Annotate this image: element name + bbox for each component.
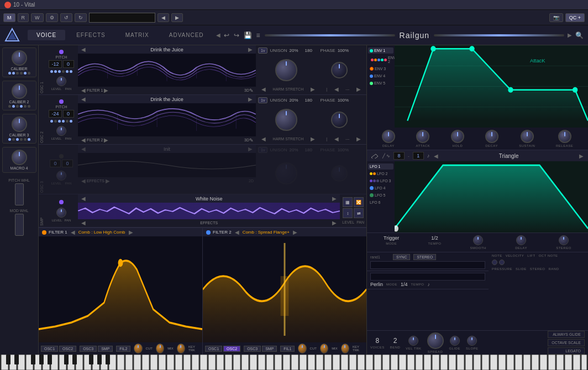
osc-1-pitch-fine[interactable]: 0: [63, 60, 74, 68]
vel-dot-1[interactable]: [492, 260, 497, 265]
tab-matrix[interactable]: MATRIX: [117, 30, 158, 40]
smp-level-knob[interactable]: [56, 208, 66, 218]
tab-advanced[interactable]: ADVANCED: [160, 30, 213, 40]
lfo-2-item[interactable]: LFO 2: [368, 171, 393, 177]
smp-filter-prev[interactable]: ◀: [80, 220, 87, 226]
osc-2-main-knob[interactable]: [275, 109, 297, 131]
f2-cut-knob[interactable]: [298, 343, 306, 353]
toolbar-w-btn[interactable]: W: [31, 13, 44, 22]
lfo-smooth-knob[interactable]: [473, 235, 483, 245]
filter-2-dot[interactable]: [206, 230, 211, 235]
tab-effects[interactable]: EFFECTS: [67, 30, 114, 40]
toolbar-right-arrow[interactable]: ▶: [171, 13, 183, 22]
osc-3-unison-voices[interactable]: 1v: [258, 147, 267, 153]
env-decay-knob[interactable]: [485, 130, 498, 143]
close-button[interactable]: [4, 2, 11, 8]
f2-osc2-btn[interactable]: OSC2: [223, 346, 240, 352]
osc-3-main-knob[interactable]: [275, 162, 297, 184]
osc-1-filter-next[interactable]: ▶: [103, 87, 109, 93]
always-glide-btn[interactable]: ALWAYS GLIDE: [548, 331, 585, 338]
osc-2-harm-next[interactable]: ▶: [309, 136, 316, 142]
nav-arrow-left[interactable]: ◀: [215, 32, 222, 38]
smp-wave-canvas[interactable]: [78, 203, 340, 219]
toolbar-r-btn[interactable]: R: [18, 13, 29, 22]
smp-filter-next[interactable]: ▶: [331, 220, 338, 226]
osc-2-level-knob[interactable]: [56, 126, 66, 136]
lfo-wave-type[interactable]: ∿: [386, 154, 390, 158]
vel-dot-2[interactable]: [499, 260, 505, 265]
osc-2-harm2-next[interactable]: ▶: [355, 136, 362, 142]
f1-mix-knob[interactable]: [156, 343, 164, 353]
osc-1-main-knob[interactable]: [275, 59, 297, 81]
lfo-wave-prev[interactable]: ╱: [382, 154, 385, 158]
lfo-stereo-knob[interactable]: [559, 235, 569, 245]
filter-1-dot[interactable]: [42, 230, 46, 235]
toolbar-preset-input[interactable]: [89, 13, 155, 23]
env-2-item[interactable]: ENV 2: [368, 55, 393, 65]
tab-voice[interactable]: VOICE: [28, 30, 65, 40]
env-4-item[interactable]: ENV 4: [368, 73, 393, 79]
env-delay-knob[interactable]: [382, 130, 395, 143]
osc-1-prev-wave[interactable]: ◀: [80, 46, 87, 52]
f2-keytrk-knob[interactable]: [341, 343, 349, 353]
nav-search-btn[interactable]: 🔍: [575, 31, 584, 39]
osc-3-pitch-val[interactable]: 0: [50, 160, 61, 167]
env-5-item[interactable]: ENV 5: [368, 80, 393, 86]
osc-2-next-wave[interactable]: ▶: [247, 96, 254, 102]
osc-2-pitch-val[interactable]: -24: [49, 110, 61, 118]
lfo-graph[interactable]: [395, 161, 588, 232]
env-graph[interactable]: AttacK: [395, 45, 588, 128]
caliber-2-knob[interactable]: [12, 83, 27, 99]
lfo-shape-prev[interactable]: ◀: [433, 153, 439, 159]
osc-1-phase-knob[interactable]: [331, 62, 348, 78]
osc-3-enable[interactable]: [59, 154, 64, 158]
osc-2-unison-voices[interactable]: 1v: [258, 97, 267, 103]
lfo-3-item[interactable]: LFO 3: [368, 178, 393, 184]
rand-1-stereo-btn[interactable]: STEREO: [413, 254, 436, 260]
f2-mix-knob[interactable]: [320, 343, 328, 353]
caliber-3-knob[interactable]: [12, 117, 27, 132]
f1-cut-knob[interactable]: [134, 343, 142, 353]
mod-wheel[interactable]: [15, 214, 24, 236]
osc-1-wave-canvas[interactable]: [78, 54, 256, 87]
osc-2-harm2-prev[interactable]: ◀: [333, 136, 340, 142]
lfo-6-item[interactable]: LFO 6: [368, 199, 393, 205]
f1-osc1-btn[interactable]: OSC1: [41, 346, 58, 352]
f2-osc1-btn[interactable]: OSC1: [205, 346, 222, 352]
osc-2-filter-prev[interactable]: ◀: [80, 137, 87, 143]
smp-next-wave[interactable]: ▶: [331, 195, 338, 202]
f1-osc2-btn[interactable]: OSC2: [59, 346, 76, 352]
caliber-1-knob[interactable]: [12, 50, 27, 66]
smp-enable[interactable]: [59, 200, 64, 204]
f1-osc3-btn[interactable]: OSC3: [80, 346, 97, 352]
f1-keytrk-knob[interactable]: [177, 343, 185, 353]
spread-knob[interactable]: [427, 332, 444, 349]
osc-2-harm-prev[interactable]: ◀: [260, 136, 267, 142]
slope-knob[interactable]: [467, 336, 477, 346]
nav-save-btn[interactable]: 💾: [244, 31, 252, 39]
osc-1-harm2-prev[interactable]: ◀: [333, 86, 340, 92]
osc-1-pitch-val[interactable]: -12: [49, 60, 61, 68]
osc-3-phase-knob[interactable]: [331, 165, 348, 182]
osc-2-wave-canvas[interactable]: [78, 103, 256, 136]
f1-smp-btn[interactable]: SMP: [98, 346, 113, 352]
osc-1-next-wave[interactable]: ▶: [247, 46, 254, 52]
osc-1-level-knob[interactable]: [56, 76, 66, 86]
osc-1-harm2-next[interactable]: ▶: [355, 86, 362, 92]
filter-2-prev[interactable]: ◀: [234, 229, 240, 235]
osc-1-harm-prev[interactable]: ◀: [260, 86, 267, 92]
smp-btn-2[interactable]: 🔀: [354, 197, 364, 207]
osc-1-filter-prev[interactable]: ◀: [80, 87, 87, 93]
lfo-5-item[interactable]: LFO 5: [368, 192, 393, 198]
lfo-piano-btn[interactable]: ♪: [427, 153, 430, 158]
smp-btn-1[interactable]: ▦: [343, 197, 353, 207]
env-hold-knob[interactable]: [451, 130, 464, 143]
rand-1-sync-btn[interactable]: SYNC: [393, 254, 410, 260]
f2-osc3-btn[interactable]: OSC3: [244, 346, 261, 352]
nav-menu-btn[interactable]: ≡: [256, 31, 260, 39]
f2-fil1-btn[interactable]: FIL1: [280, 346, 295, 352]
filter-2-next[interactable]: ▶: [292, 229, 298, 235]
env-sustain-knob[interactable]: [521, 130, 534, 143]
filter-1-next[interactable]: ▶: [128, 229, 134, 235]
osc-2-phase-knob[interactable]: [331, 112, 348, 128]
